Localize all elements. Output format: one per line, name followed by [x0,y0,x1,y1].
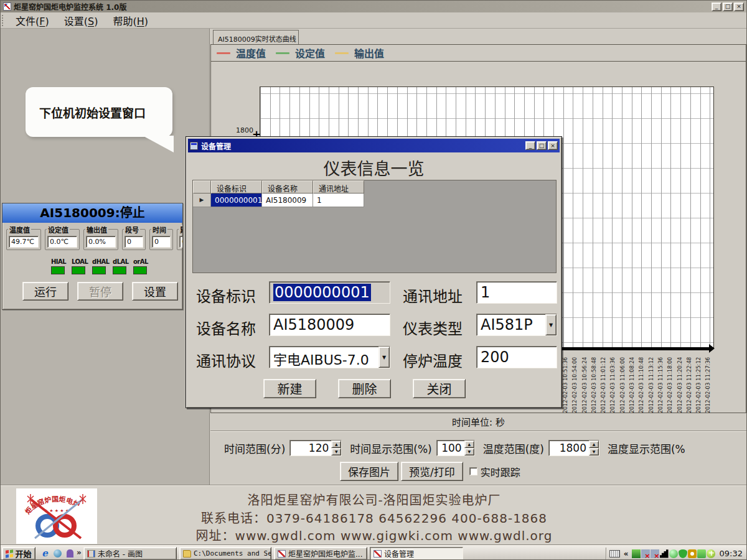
grid-column-header: 设备标识 [211,180,262,194]
cell-device-id[interactable]: 0000000001 [211,194,262,207]
menu-item[interactable]: 设置(S) [57,12,106,29]
spin-down-icon[interactable]: ▼ [331,448,341,455]
start-button[interactable]: 开始 [2,547,35,560]
footer-web-line: 网址：www.gwdl.com www.gigwki.com www.gwdl.… [1,526,747,544]
tray-database-icon[interactable] [688,549,697,558]
menu-item[interactable]: 帮助(H) [105,12,156,29]
app-window: 炬星窑炉国炬电炉监控系统 1.0版 _ □ × 文件(F)设置(S)帮助(H) … [0,0,747,560]
x-axis-tick-label: 2012-02-03 11:27:36 [703,353,713,413]
callout-bubble: 下位机初始设置窗口 [26,87,172,137]
time-unit-label: 时间单位: 秒 [210,415,746,428]
close-icon[interactable]: × [734,2,744,11]
tray-package-icon[interactable] [632,549,641,558]
spin-down-icon[interactable]: ▼ [589,448,599,455]
dialog-title-bar[interactable]: 设备管理 _ □ × [188,139,560,152]
realtime-track-checkbox[interactable] [469,467,477,475]
system-tray: « 09:32 [606,546,747,560]
setup-button[interactable]: 设置 [132,282,178,301]
quick-launch-browser-icon[interactable] [52,548,63,559]
task-device-management[interactable]: 设备管理 [370,547,463,560]
dialog-minimize-icon[interactable]: _ [525,141,535,150]
x-axis-labels: 2012-02-03 10:51:362012-02-03 10:54:0020… [561,353,714,413]
device-id-field[interactable]: 0000000001 [269,281,390,304]
quick-launch-messenger-icon[interactable] [64,548,75,559]
x-axis-tick-label: 2012-02-03 11:13:12 [647,353,656,413]
dialog-close-icon[interactable]: × [548,141,558,150]
input-method-icon[interactable] [609,550,620,558]
alarm-lamp-icon [92,266,106,274]
dialog-maximize-icon[interactable]: □ [537,141,547,150]
maximize-icon[interactable]: □ [723,2,733,11]
spin-field[interactable]: 120 ▲ ▼ [289,440,342,456]
menu-item[interactable]: 文件(F) [8,12,57,29]
dialog-title: 设备管理 [201,141,231,151]
control-group: 温度范围(度) 1800 ▲ ▼ [483,440,599,456]
x-axis-tick-label: 2012-02-03 10:54:00 [570,353,580,413]
device-fields: 温度值 49.7℃ 设定值 0.0℃ 输出值 0.0% 段号 0 时间 0 累计… [2,229,182,250]
control-group: 时间范围(分) 120 ▲ ▼ [224,440,342,456]
chevron-down-icon[interactable]: ▼ [545,314,557,335]
protocol-select[interactable]: 宇电AIBUS-7.0 ▼ [269,346,390,368]
grid-column-header: 设备名称 [262,180,313,194]
task-explorer[interactable]: C:\Documents and Se... [179,547,271,560]
tray-status-icon[interactable] [669,549,678,558]
quick-launch-ie-icon[interactable]: e [39,548,50,559]
cell-comm-address[interactable]: 1 [313,194,364,207]
control-group: 时间显示范围(%) 100 ▲ ▼ [350,440,474,456]
device-buttons: 运行 暂停 设置 [2,282,182,301]
spin-field[interactable]: 1800 ▲ ▼ [548,440,599,456]
device-name-field[interactable]: AI5180009 [269,314,390,336]
tab-realtime-curve[interactable]: AI5180009实时状态曲线 [213,30,299,45]
tray-shield-icon[interactable] [679,549,687,558]
tray-collapse-icon[interactable]: « [624,549,629,558]
realtime-track-label: 实时跟踪 [481,464,520,479]
device-status-title: AI5180009:停止 [2,203,182,223]
device-id-label: 设备标识 [196,284,256,306]
device-field: 累计 0 [177,229,183,250]
tray-audio-error-icon[interactable] [651,549,659,558]
cell-device-name[interactable]: AI5180009 [262,194,313,207]
close-button[interactable]: 关闭 [413,379,466,398]
taskbar: 开始 e » 未命名 - 画图 C:\Documents and Se... 炬… [1,545,747,560]
spin-up-icon[interactable]: ▲ [464,441,474,448]
delete-button[interactable]: 删除 [338,379,391,398]
footer-phone-line: 联系电话：0379-64186178 64562296 400-688-1868 [1,508,747,526]
spin-down-icon[interactable]: ▼ [464,448,474,455]
footer: 炬星窑炉国炬电炉 ★ ★ ★ ★ ★ 洛阳炬星窑炉有限公司-洛阳国炬实验电炉厂 … [1,485,747,545]
x-axis-tick-label: 2012-02-03 10:56:24 [580,353,590,413]
device-field: 时间 0 [149,229,173,250]
chevron-down-icon[interactable]: ▼ [378,347,390,368]
tray-health-icon[interactable] [707,549,715,558]
preview-print-button[interactable]: 预览/打印 [401,462,463,481]
device-field: 段号 0 [122,229,146,250]
folder-icon [183,550,191,558]
tray-divider [606,548,607,559]
task-paint[interactable]: 未命名 - 画图 [83,547,177,560]
grid-header-row: 设备标识 设备名称 通讯地址 [193,180,556,194]
new-button[interactable]: 新建 [263,379,316,398]
x-axis-tick-label: 2012-02-03 11:08:24 [627,353,637,413]
x-axis-tick-label: 2012-02-03 10:51:36 [561,353,570,413]
x-axis-tick-label: 2012-02-03 11:20:24 [675,353,685,413]
save-image-button[interactable]: 保存图片 [340,462,398,481]
meter-type-select[interactable]: AI581P ▼ [476,314,557,336]
minimize-icon[interactable]: _ [712,2,721,11]
paint-icon [87,550,95,558]
comm-address-field[interactable]: 1 [476,281,557,304]
table-row[interactable]: ▶ 0000000001 AI5180009 1 [193,194,556,207]
quick-launch-overflow-icon[interactable]: » [77,548,82,557]
tray-storage-icon[interactable] [697,549,706,558]
alarm-lamp: LOAL [72,258,85,274]
stop-temp-field[interactable]: 200 [476,346,557,368]
spin-up-icon[interactable]: ▲ [589,441,599,448]
callout-text: 下位机初始设置窗口 [26,87,172,121]
tray-signal-icon[interactable] [660,549,669,558]
run-button[interactable]: 运行 [22,282,68,301]
alarm-lamp: HIAL [51,258,65,274]
alarm-lamp: orAL [133,258,147,274]
alarm-lamp-icon [51,266,65,274]
tray-network-error-icon[interactable] [641,549,650,558]
task-monitor-app[interactable]: 炬星窑炉国炬电炉监... [274,547,367,560]
spin-up-icon[interactable]: ▲ [331,441,341,448]
spin-field[interactable]: 100 ▲ ▼ [436,440,475,456]
